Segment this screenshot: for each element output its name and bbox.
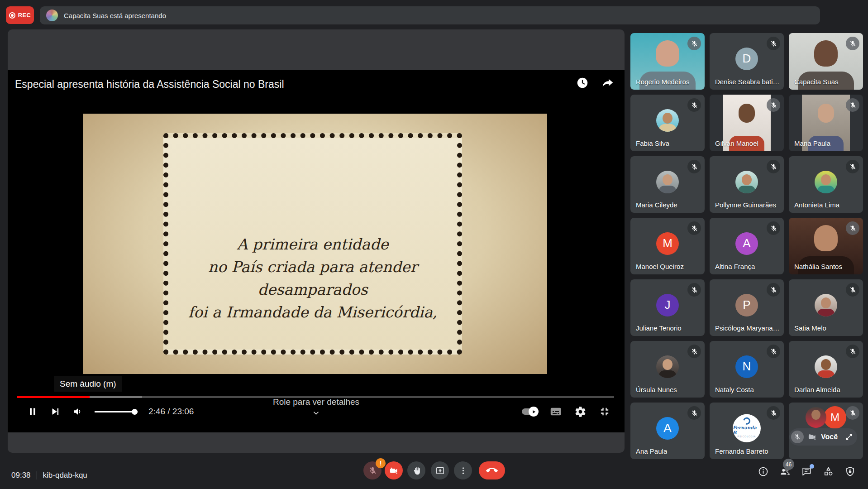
avatar: A [656, 417, 679, 440]
meeting-panels: 46 [758, 466, 856, 477]
video-text-line: no País criada para atender [168, 256, 457, 278]
mic-button[interactable]: ! [363, 461, 382, 479]
mic-muted-icon [846, 283, 859, 297]
volume-knob[interactable] [132, 409, 138, 415]
autoplay-toggle[interactable] [522, 408, 537, 415]
mic-muted-icon [767, 37, 780, 50]
recording-label: REC [18, 12, 31, 19]
participant-name: Úrsula Nunes [636, 386, 677, 393]
hand-raise-button[interactable] [407, 461, 425, 479]
participants-grid: Rogerio MedeirosDDenise Seabra bati…Capa… [630, 33, 863, 459]
volume-slider[interactable] [95, 411, 138, 412]
mic-muted-icon [846, 37, 859, 50]
participant-tile[interactable]: Darlan Almeida [789, 341, 863, 398]
participant-name: Denise Seabra bati… [715, 78, 779, 86]
participant-tile[interactable]: AAltina França [710, 218, 784, 274]
chat-button[interactable] [801, 466, 812, 477]
chevron-down-icon [311, 408, 321, 418]
volume-icon[interactable] [72, 406, 84, 417]
scroll-hint[interactable]: Role para ver detalhes [273, 397, 359, 418]
participant-tile[interactable]: NNataly Costa [710, 341, 784, 398]
next-button[interactable] [49, 406, 61, 417]
mic-warning-badge: ! [376, 458, 386, 468]
participant-tile[interactable]: Úrsula Nunes [630, 341, 705, 398]
avatar: N [735, 355, 758, 378]
participant-tile[interactable]: PPsicóloga Maryana… [710, 279, 784, 336]
settings-button[interactable] [574, 406, 587, 418]
mic-muted-icon [767, 160, 780, 173]
mic-muted-icon [767, 283, 780, 297]
meeting-code: kib-qdab-kqu [43, 471, 87, 480]
avatar: J [656, 294, 679, 316]
participant-count-badge: 46 [783, 459, 794, 470]
participant-name: Pollynne Guimarães [715, 201, 776, 209]
participant-name: Darlan Almeida [794, 386, 840, 393]
mic-muted-icon [846, 406, 859, 420]
present-button[interactable] [431, 461, 449, 479]
participant-name: Satia Melo [794, 324, 826, 332]
participant-tile[interactable]: MVocê [789, 403, 863, 459]
mic-muted-icon [846, 221, 859, 235]
share-icon[interactable] [601, 76, 615, 90]
avatar: A [735, 232, 758, 255]
video-player[interactable]: Especial apresenta história da Assistênc… [8, 70, 625, 432]
autoplay-play-icon [529, 407, 539, 417]
participant-name: Manoel Queiroz [636, 263, 684, 270]
video-text-line: foi a Irmandade da Misericórdia, [168, 301, 457, 324]
expand-icon[interactable] [845, 433, 853, 441]
participant-tile[interactable]: Nathália Santos [789, 218, 863, 274]
avatar [656, 109, 679, 132]
participant-tile[interactable]: Gilvan Manoel [710, 95, 784, 151]
participant-tile[interactable]: Pollynne Guimarães [710, 156, 784, 213]
self-label: Você [821, 433, 838, 441]
participant-tile[interactable]: Maria Paula [789, 95, 863, 151]
mic-muted-icon [687, 345, 701, 358]
mic-muted-icon [687, 406, 701, 420]
meeting-info: 09:38 kib-qdab-kqu [11, 462, 87, 489]
participant-tile[interactable]: Capacita Suas [789, 33, 863, 90]
video-frame: A primeira entidade no País criada para … [83, 114, 547, 374]
info-button[interactable] [758, 466, 769, 477]
logo-swirl-icon [742, 416, 752, 426]
avatar [815, 355, 837, 378]
activities-button[interactable] [823, 466, 834, 477]
participant-tile[interactable]: Antonieta Lima [789, 156, 863, 213]
record-icon [9, 12, 15, 19]
camera-button[interactable] [385, 461, 403, 479]
subtitles-button[interactable] [549, 405, 563, 418]
participant-name: Juliane Tenorio [636, 324, 682, 332]
decorative-border-frame: A primeira entidade no País criada para … [163, 133, 462, 355]
participant-name: Antonieta Lima [794, 201, 839, 209]
avatar [815, 171, 837, 193]
participant-tile[interactable]: Satia Melo [789, 279, 863, 336]
participant-name: Gilvan Manoel [715, 139, 758, 147]
participant-tile[interactable]: Fernanda BPSICOLOGIAFernanda Barreto [710, 403, 784, 459]
participant-name: Altina França [715, 263, 755, 270]
video-title: Especial apresenta história da Assistênc… [15, 78, 284, 91]
presenting-text: Capacita Suas está apresentando [64, 12, 166, 19]
pause-button[interactable] [27, 406, 38, 417]
more-options-button[interactable] [454, 461, 472, 479]
participant-tile[interactable]: Fabia Silva [630, 95, 705, 151]
scroll-hint-label: Role para ver detalhes [273, 397, 359, 407]
avatar [806, 407, 826, 428]
top-bar: REC Capacita Suas está apresentando [0, 0, 868, 29]
unread-dot [810, 464, 814, 469]
shared-screen-panel: Especial apresenta história da Assistênc… [8, 29, 625, 453]
host-controls-button[interactable] [844, 466, 856, 477]
participant-tile[interactable]: DDenise Seabra bati… [710, 33, 784, 90]
participant-tile[interactable]: MManoel Queiroz [630, 218, 705, 274]
participant-tile[interactable]: AAna Paula [630, 403, 705, 459]
participant-tile[interactable]: JJuliane Tenorio [630, 279, 705, 336]
participant-name: Fernanda Barreto [715, 447, 768, 455]
participant-tile[interactable]: Maria Cileyde [630, 156, 705, 213]
participant-name: Capacita Suas [794, 78, 839, 86]
fullscreen-exit-button[interactable] [598, 405, 611, 418]
people-button[interactable]: 46 [779, 466, 791, 477]
end-call-button[interactable] [479, 461, 505, 479]
participant-tile[interactable]: Rogerio Medeiros [630, 33, 705, 90]
avatar: P [735, 294, 758, 316]
watch-later-icon[interactable] [576, 76, 589, 90]
participant-name: Nataly Costa [715, 386, 754, 393]
mic-muted-icon [767, 221, 780, 235]
